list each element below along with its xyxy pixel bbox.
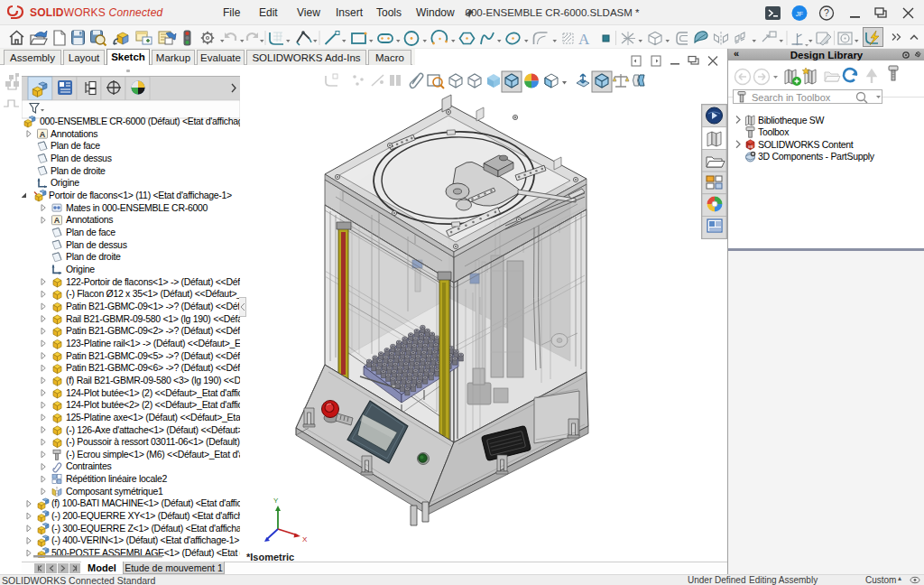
svg-text:Plan de face: Plan de face: [51, 140, 100, 151]
svg-text:Plan de dessus: Plan de dessus: [51, 153, 112, 163]
svg-text:(-) 300-EQUERRE Z<1> (Défaut): (-) 300-EQUERRE Z<1> (Défaut) <Etat d'af…: [51, 523, 240, 534]
svg-text:sw: sw: [748, 144, 753, 149]
svg-text:Toolbox: Toolbox: [758, 126, 790, 137]
svg-text:(-) Flacon Ø12 x 35<1> (Défaut: (-) Flacon Ø12 x 35<1> (Défaut) <<Défaut…: [66, 288, 240, 299]
svg-text:Patin B21-GBMC-09<1> ->? (Défa: Patin B21-GBMC-09<1> ->? (Défaut) <<Défa…: [66, 301, 240, 311]
svg-text:000-ENSEMBLE CR-6000 (Défaut): 000-ENSEMBLE CR-6000 (Défaut) <Etat d'af…: [40, 116, 240, 126]
svg-text:Contraintes: Contraintes: [66, 460, 111, 471]
svg-text:122-Portoir de flacons<1> -> (: 122-Portoir de flacons<1> -> (Défaut) <<…: [66, 276, 240, 287]
svg-text:(f) Rail B21-GBMR-09-580 <3> (: (f) Rail B21-GBMR-09-580 <3> (lg 190) <<…: [66, 375, 240, 385]
svg-text:Patin B21-GBMC-09<6> ->? (Défa: Patin B21-GBMC-09<6> ->? (Défaut) <<Défa…: [66, 362, 240, 373]
svg-text:Bibliotheque SW: Bibliotheque SW: [758, 115, 825, 125]
svg-text:Origine: Origine: [66, 264, 95, 274]
svg-text:(-) 126-Axe d'attache<1> (Défa: (-) 126-Axe d'attache<1> (Défaut) <<Défa…: [66, 424, 240, 435]
svg-text:(-) 200-EQUERRE XY<1> (Défaut): (-) 200-EQUERRE XY<1> (Défaut) <Etat d'a…: [51, 510, 240, 521]
svg-text:Z: Z: [257, 541, 262, 542]
svg-text:Plan de droite: Plan de droite: [66, 251, 121, 262]
svg-text:(-) Poussoir à ressort 03011-0: (-) Poussoir à ressort 03011-06<1> (Defa…: [66, 436, 240, 447]
svg-text:Annotations: Annotations: [51, 128, 97, 139]
svg-text:JF: JF: [796, 10, 804, 18]
svg-text:Portoir de flacons<1> (11) <Et: Portoir de flacons<1> (11) <Etat d'affic…: [49, 190, 232, 200]
svg-text:Origine: Origine: [51, 177, 79, 188]
svg-text:(-) Ecrou simple<1> (M6) <<Déf: (-) Ecrou simple<1> (M6) <<Défaut>_Etat …: [66, 449, 240, 460]
svg-text:Annotations: Annotations: [66, 214, 113, 225]
svg-text:(-) 400-VERIN<1> (Défaut) <Eta: (-) 400-VERIN<1> (Défaut) <Etat d'affich…: [51, 534, 239, 545]
svg-text:A: A: [54, 216, 60, 225]
svg-text:Patin B21-GBMC-09<5> ->? (Défa: Patin B21-GBMC-09<5> ->? (Défaut) <<Défa…: [66, 350, 240, 361]
svg-text:Rail B21-GBMR-09-580 <1> (lg 1: Rail B21-GBMR-09-580 <1> (lg 190) <<Défa…: [66, 313, 240, 324]
svg-text:124-Plot butée<1> (2) <<Défaut: 124-Plot butée<1> (2) <<Défaut>_Etat d'a…: [66, 387, 240, 398]
svg-text:A: A: [40, 130, 46, 139]
svg-text:(f) 100-BATI MACHINE<1> (Défau: (f) 100-BATI MACHINE<1> (Défaut) <Etat d…: [51, 497, 240, 508]
svg-text:?: ?: [824, 7, 829, 18]
svg-text:124-Plot butée<2> (2) <<Défaut: 124-Plot butée<2> (2) <<Défaut>_Etat d'a…: [66, 399, 240, 410]
svg-text:SOLIDWORKS Content: SOLIDWORKS Content: [758, 139, 854, 150]
svg-text:Patin B21-GBMC-09<2> ->? (Défa: Patin B21-GBMC-09<2> ->? (Défaut) <<Défa…: [66, 325, 240, 336]
svg-text:Plan de droite: Plan de droite: [51, 165, 106, 176]
svg-text:3D Components - PartSupply: 3D Components - PartSupply: [758, 151, 875, 162]
svg-text:Composant symétrique1: Composant symétrique1: [66, 486, 163, 497]
svg-text:125-Platine axe<1> (Défaut) <<: 125-Platine axe<1> (Défaut) <<Défaut>_Et…: [66, 412, 240, 422]
svg-text:Plan de dessus: Plan de dessus: [66, 239, 127, 250]
svg-text:123-Platine rail<1> -> (Défaut: 123-Platine rail<1> -> (Défaut) <<Défaut…: [66, 338, 240, 348]
svg-text:X: X: [302, 535, 308, 542]
svg-text:A: A: [578, 31, 590, 48]
svg-text:Répétition linéaire locale2: Répétition linéaire locale2: [66, 473, 168, 484]
svg-text:Y: Y: [273, 497, 279, 505]
svg-text:Plan de face: Plan de face: [66, 227, 116, 237]
svg-text:Mates in 000-ENSEMBLE CR-6000: Mates in 000-ENSEMBLE CR-6000: [66, 202, 208, 213]
